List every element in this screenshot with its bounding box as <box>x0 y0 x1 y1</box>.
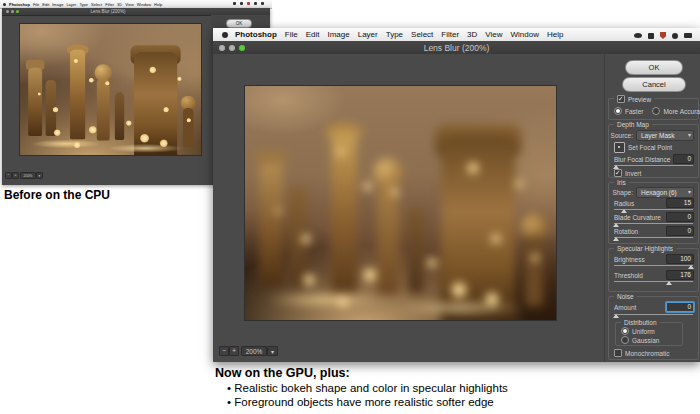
menu-item-layer[interactable]: Layer <box>358 30 378 39</box>
apple-logo-icon[interactable] <box>3 3 6 6</box>
iris-group: Iris Shape: Hexagon (6)▾ Radius 15 Blade… <box>608 182 699 244</box>
more-accurate-label: More Accurate <box>663 108 700 115</box>
mini-menu-item[interactable]: Image <box>52 2 63 7</box>
camera-icon[interactable] <box>634 33 642 38</box>
depth-map-legend: Depth Map <box>614 121 652 128</box>
more-accurate-radio[interactable] <box>652 107 660 115</box>
menu-item-photoshop[interactable]: Photoshop <box>235 30 277 39</box>
menu-item-filter[interactable]: Filter <box>441 30 459 39</box>
brightness-label: Brightness <box>614 256 663 263</box>
settings-panel: OK Cancel Preview Faster More Accurate D… <box>604 54 700 362</box>
threshold-slider[interactable] <box>614 279 693 285</box>
zoom-level[interactable]: 200% <box>20 172 36 179</box>
menu-item-image[interactable]: Image <box>327 30 349 39</box>
rotation-label: Rotation <box>614 228 663 235</box>
menu-item-file[interactable]: File <box>285 30 298 39</box>
chevron-down-icon: ▾ <box>271 348 274 355</box>
invert-checkbox[interactable] <box>614 169 622 177</box>
source-label: Source: <box>611 132 633 139</box>
status-icon[interactable] <box>247 2 250 5</box>
screenshot-root: Photoshop File Edit Image Layer Type Sel… <box>0 0 700 414</box>
preview-checkbox[interactable] <box>617 95 625 103</box>
threshold-label: Threshold <box>614 272 663 279</box>
dialog-title: Lens Blur (200%) <box>213 43 700 53</box>
gaussian-label: Gaussian <box>632 337 659 344</box>
set-focal-point-icon[interactable] <box>614 142 625 153</box>
chevron-down-icon: ▾ <box>688 188 691 197</box>
noise-legend: Noise <box>614 293 637 300</box>
rotation-slider[interactable] <box>614 235 693 241</box>
menu-item-3d[interactable]: 3D <box>467 30 477 39</box>
distribution-group: Distribution Uniform Gaussian <box>615 322 683 346</box>
mini-menu-item[interactable]: 3D <box>117 2 122 7</box>
battery-icon[interactable] <box>684 33 692 38</box>
monochromatic-checkbox[interactable] <box>614 349 622 357</box>
mini-menu-item[interactable]: Filter <box>105 2 114 7</box>
chevron-down-icon: ▾ <box>688 131 691 140</box>
status-icon[interactable] <box>261 2 264 5</box>
menu-item-help[interactable]: Help <box>547 30 563 39</box>
ok-button[interactable]: OK <box>226 19 252 28</box>
mini-menu-item[interactable]: View <box>125 2 134 7</box>
specular-highlights-legend: Specular Highlights <box>614 245 676 252</box>
mini-menu-item[interactable]: Photoshop <box>9 2 30 7</box>
menubar: Photoshop File Edit Image Layer Type Sel… <box>213 28 700 42</box>
mini-menu-item[interactable]: Select <box>91 2 102 7</box>
zoom-in-button[interactable]: + <box>12 172 19 179</box>
caption-bullet: Realistic bokeh shape and color in specu… <box>227 381 508 395</box>
uniform-label: Uniform <box>632 328 655 335</box>
zoom-dropdown[interactable]: ▾ <box>36 172 43 179</box>
chess-photo-preview[interactable] <box>245 86 556 320</box>
caption-after: Now on the GPU, plus: Realistic bokeh sh… <box>215 366 508 409</box>
display-icon[interactable] <box>648 33 654 39</box>
clock-icon[interactable] <box>672 33 678 39</box>
chess-photo-before[interactable] <box>20 24 201 155</box>
preview-label: Preview <box>628 96 651 103</box>
faster-radio[interactable] <box>614 107 622 115</box>
iris-legend: Iris <box>614 179 629 186</box>
status-icon[interactable] <box>233 2 236 5</box>
zoom-level[interactable]: 200% <box>241 346 267 356</box>
shield-icon[interactable] <box>660 32 666 39</box>
menu-item-window[interactable]: Window <box>511 30 539 39</box>
shape-dropdown[interactable]: Hexagon (6)▾ <box>636 187 694 198</box>
depth-map-group: Depth Map Source: Layer Mask▾ Set Focal … <box>608 124 699 178</box>
zoom-out-button[interactable]: − <box>5 172 12 179</box>
distribution-legend: Distribution <box>621 319 660 326</box>
blade-curvature-label: Blade Curvature <box>614 214 663 221</box>
mini-menu-item[interactable]: Edit <box>42 2 49 7</box>
zoom-out-button[interactable]: − <box>219 346 229 356</box>
dialog-body: − + 200% ▾ OK Cancel Preview Faster More… <box>213 54 700 362</box>
mini-menu-item[interactable]: Layer <box>66 2 76 7</box>
apple-logo-icon[interactable] <box>222 32 228 38</box>
uniform-radio[interactable] <box>621 327 629 335</box>
caption-bullet: Foreground objects have more realistic s… <box>227 395 508 409</box>
specular-highlights-group: Specular Highlights Brightness 100 Thres… <box>608 248 699 292</box>
cancel-button[interactable]: Cancel <box>622 77 686 92</box>
zoom-dropdown[interactable]: ▾ <box>267 346 278 356</box>
menu-item-select[interactable]: Select <box>411 30 433 39</box>
ok-button[interactable]: OK <box>625 60 683 75</box>
mini-menu-item[interactable]: Help <box>154 2 162 7</box>
menu-item-edit[interactable]: Edit <box>306 30 320 39</box>
menu-item-view[interactable]: View <box>485 30 502 39</box>
gaussian-radio[interactable] <box>621 336 629 344</box>
chevron-down-icon: ▾ <box>39 174 41 178</box>
chess-pieces-layer <box>20 24 201 155</box>
menu-item-type[interactable]: Type <box>386 30 403 39</box>
amount-slider[interactable] <box>614 312 693 318</box>
source-dropdown[interactable]: Layer Mask▾ <box>636 130 694 141</box>
caption-after-title: Now on the GPU, plus: <box>215 366 508 380</box>
dialog-titlebar[interactable]: Lens Blur (200%) <box>213 41 700 55</box>
brightness-slider[interactable] <box>614 263 693 269</box>
set-focal-point-label: Set Focal Point <box>628 144 672 151</box>
amount-field[interactable]: 0 <box>666 302 694 312</box>
status-icon[interactable] <box>254 2 257 5</box>
amount-label: Amount <box>614 304 663 311</box>
mini-menu-item[interactable]: Type <box>79 2 88 7</box>
status-icon[interactable] <box>240 2 243 5</box>
mini-menu-item[interactable]: Window <box>137 2 151 7</box>
faster-label: Faster <box>625 108 643 115</box>
zoom-in-button[interactable]: + <box>229 346 239 356</box>
mini-menu-item[interactable]: File <box>33 2 39 7</box>
